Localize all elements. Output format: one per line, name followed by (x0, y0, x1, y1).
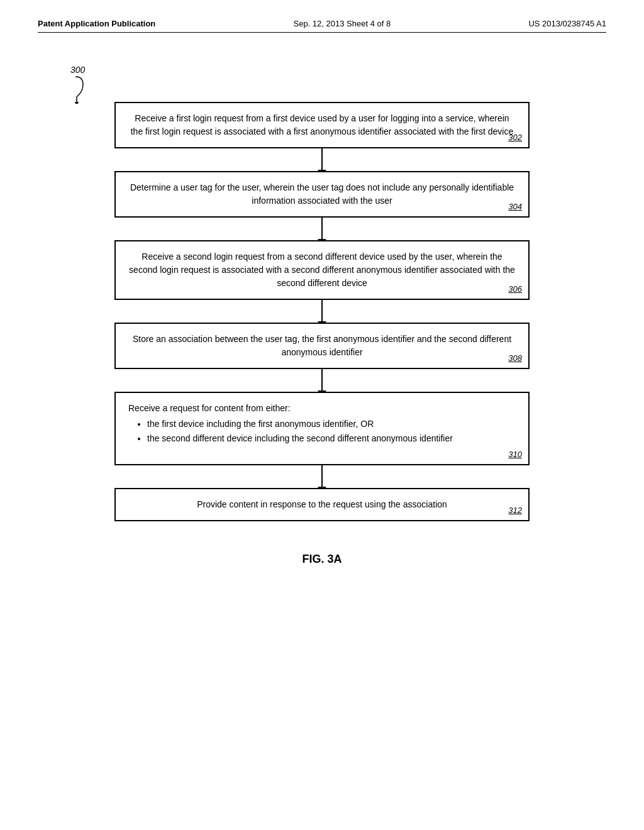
arrow-302-304 (321, 148, 323, 171)
box-312-text: Provide content in response to the reque… (197, 499, 447, 509)
header-publication-label: Patent Application Publication (38, 19, 155, 28)
svg-marker-0 (75, 102, 79, 104)
step-310: 310 (508, 448, 522, 461)
label-300-group: 300 (70, 64, 91, 104)
arrow-308-310 (321, 369, 323, 392)
flow-box-310: Receive a request for content from eithe… (114, 392, 530, 465)
figure-caption: FIG. 3A (302, 553, 341, 566)
diagram-area: 300 Receive a first login request from a… (38, 64, 606, 566)
step-306: 306 (508, 283, 522, 296)
box-310-intro: Receive a request for content from eithe… (128, 402, 516, 415)
step-312: 312 (508, 504, 522, 517)
flow-box-308: Store an association between the user ta… (114, 323, 530, 369)
header-date-sheet: Sep. 12, 2013 Sheet 4 of 8 (294, 19, 391, 28)
box-306-text: Receive a second login request from a se… (129, 252, 515, 288)
box-304-text: Determine a user tag for the user, where… (130, 182, 514, 206)
brace-arrow-icon (72, 75, 91, 104)
bullet-310-2: the second different device including th… (147, 432, 516, 445)
step-308: 308 (508, 352, 522, 365)
step-304: 304 (508, 201, 522, 213)
flow-box-306: Receive a second login request from a se… (114, 240, 530, 300)
step-302: 302 (508, 131, 522, 144)
box-308-text: Store an association between the user ta… (133, 334, 511, 357)
label-300-text: 300 (70, 65, 85, 75)
arrow-306-308 (321, 300, 323, 323)
flow-box-312: Provide content in response to the reque… (114, 488, 530, 521)
arrow-310-312 (321, 465, 323, 488)
flow-box-302: Receive a first login request from a fir… (114, 102, 530, 148)
box-310-bullets: the first device including the first ano… (128, 418, 516, 445)
flow-box-304: Determine a user tag for the user, where… (114, 171, 530, 218)
page-header: Patent Application Publication Sep. 12, … (38, 19, 606, 33)
arrow-304-306 (321, 218, 323, 240)
header-patent-number: US 2013/0238745 A1 (528, 19, 606, 28)
flow-container: Receive a first login request from a fir… (108, 102, 536, 521)
box-302-text: Receive a first login request from a fir… (131, 113, 514, 136)
bullet-310-1: the first device including the first ano… (147, 418, 516, 431)
patent-page: Patent Application Publication Sep. 12, … (0, 0, 644, 830)
